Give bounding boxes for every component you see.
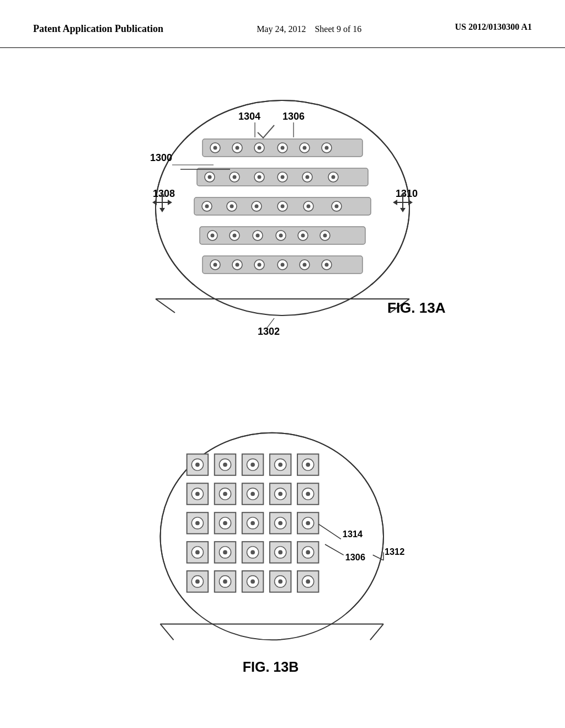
- svg-text:FIG. 13A: FIG. 13A: [387, 299, 446, 316]
- patent-number: US 2012/0130300 A1: [455, 22, 532, 32]
- svg-rect-131: [187, 512, 209, 534]
- svg-point-133: [195, 521, 200, 525]
- svg-point-115: [306, 462, 310, 467]
- svg-marker-93: [408, 200, 413, 205]
- svg-point-36: [230, 204, 234, 208]
- svg-point-64: [258, 263, 262, 266]
- svg-point-8: [214, 146, 217, 149]
- svg-rect-101: [187, 454, 209, 475]
- svg-point-120: [219, 488, 231, 500]
- svg-point-157: [278, 550, 282, 554]
- svg-rect-134: [215, 512, 236, 534]
- svg-point-144: [302, 517, 314, 528]
- svg-line-178: [325, 544, 344, 555]
- svg-text:1302: 1302: [258, 326, 280, 337]
- svg-rect-32: [194, 197, 371, 215]
- svg-point-69: [322, 260, 332, 270]
- sheet-info: Sheet 9 of 16: [315, 24, 361, 34]
- svg-point-41: [303, 201, 313, 211]
- svg-line-99: [370, 624, 383, 640]
- page: Patent Application Publication May 24, 2…: [0, 0, 565, 728]
- svg-point-138: [247, 517, 258, 528]
- svg-rect-137: [242, 512, 264, 534]
- svg-rect-146: [187, 542, 209, 563]
- svg-point-124: [250, 491, 255, 496]
- svg-point-105: [219, 459, 231, 470]
- svg-point-49: [233, 233, 237, 237]
- svg-text:1308: 1308: [153, 188, 175, 199]
- svg-point-118: [195, 491, 200, 496]
- svg-point-12: [258, 146, 262, 149]
- svg-point-151: [223, 550, 227, 554]
- svg-rect-119: [215, 483, 236, 505]
- svg-point-102: [191, 459, 203, 470]
- svg-point-52: [276, 231, 286, 240]
- pub-date: May 24, 2012: [257, 24, 306, 34]
- figure-13b-container: 1314 1306 1312 FIG. 13B: [117, 401, 448, 688]
- header: Patent Application Publication May 24, 2…: [0, 0, 565, 48]
- svg-point-160: [306, 550, 310, 554]
- svg-point-56: [320, 231, 330, 240]
- svg-point-168: [247, 575, 258, 587]
- svg-point-121: [223, 491, 227, 496]
- svg-point-14: [281, 146, 285, 149]
- svg-rect-107: [242, 454, 264, 475]
- svg-point-44: [335, 204, 339, 208]
- svg-point-111: [275, 459, 286, 470]
- main-content: 1300 1304 1306 1302 1308: [0, 48, 565, 721]
- svg-point-62: [236, 263, 239, 266]
- svg-point-13: [278, 143, 287, 153]
- svg-point-61: [232, 260, 242, 270]
- svg-point-123: [247, 488, 258, 500]
- svg-rect-1: [156, 285, 409, 318]
- svg-point-135: [219, 517, 231, 528]
- svg-rect-143: [297, 512, 319, 534]
- svg-point-141: [275, 517, 286, 528]
- svg-text:1304: 1304: [238, 111, 260, 122]
- svg-point-132: [191, 517, 203, 528]
- svg-rect-167: [242, 571, 264, 592]
- svg-rect-110: [270, 454, 291, 475]
- svg-point-7: [210, 143, 220, 153]
- svg-line-4: [390, 299, 409, 313]
- svg-text:1306: 1306: [282, 111, 305, 122]
- svg-marker-92: [393, 200, 397, 205]
- svg-rect-140: [270, 512, 291, 534]
- svg-point-28: [302, 172, 312, 182]
- svg-line-3: [156, 299, 175, 313]
- svg-point-20: [205, 172, 215, 182]
- svg-point-24: [254, 172, 264, 182]
- svg-point-147: [191, 546, 203, 558]
- svg-rect-19: [197, 168, 368, 186]
- svg-point-154: [250, 550, 255, 554]
- svg-point-55: [301, 233, 305, 237]
- svg-rect-122: [242, 483, 264, 505]
- svg-marker-85: [152, 200, 157, 205]
- svg-point-59: [210, 260, 220, 270]
- svg-point-33: [202, 201, 212, 211]
- header-info: May 24, 2012 Sheet 9 of 16: [257, 22, 361, 36]
- svg-marker-91: [400, 208, 406, 212]
- svg-point-148: [195, 550, 200, 554]
- svg-point-48: [230, 231, 239, 240]
- svg-text:1314: 1314: [343, 529, 363, 539]
- svg-point-129: [302, 488, 314, 500]
- svg-point-46: [207, 231, 217, 240]
- svg-point-114: [302, 459, 314, 470]
- svg-point-103: [195, 462, 200, 467]
- svg-point-108: [247, 459, 258, 470]
- svg-line-180: [373, 555, 383, 560]
- svg-rect-158: [297, 542, 319, 563]
- svg-point-51: [256, 233, 260, 237]
- svg-point-95: [161, 432, 383, 640]
- svg-point-5: [156, 100, 409, 315]
- svg-point-136: [223, 521, 227, 525]
- svg-point-171: [275, 575, 286, 587]
- svg-rect-45: [200, 227, 365, 244]
- svg-point-18: [325, 146, 329, 149]
- svg-point-54: [298, 231, 308, 240]
- svg-point-139: [250, 521, 255, 525]
- svg-line-98: [161, 624, 174, 640]
- svg-line-176: [318, 524, 340, 539]
- svg-rect-149: [215, 542, 236, 563]
